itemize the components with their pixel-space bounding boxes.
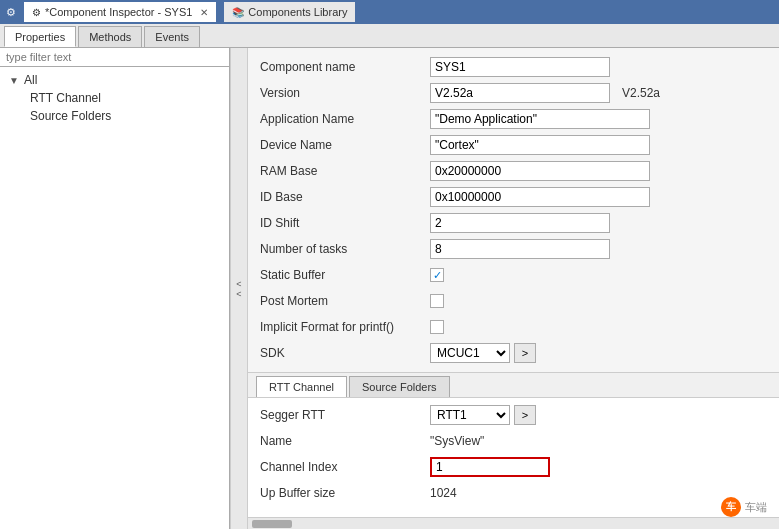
form-row-implicit-format: Implicit Format for printf() bbox=[260, 316, 767, 338]
scroll-hint[interactable] bbox=[248, 517, 779, 529]
tree-area: ▼ All RTT Channel Source Folders bbox=[0, 67, 229, 529]
form-row-id-shift: ID Shift bbox=[260, 212, 767, 234]
sdk-action-button[interactable]: > bbox=[514, 343, 536, 363]
filter-input[interactable] bbox=[0, 48, 229, 67]
bottom-form-row-segger-rtt: Segger RTT RTT1 > bbox=[260, 404, 767, 426]
form-row-version: Version V2.52a bbox=[260, 82, 767, 104]
bottom-form-row-up-buffer: Up Buffer size 1024 bbox=[260, 482, 767, 504]
bottom-tabs: RTT Channel Source Folders bbox=[248, 372, 779, 398]
left-panel: ▼ All RTT Channel Source Folders bbox=[0, 48, 230, 529]
collapse-button[interactable]: < < bbox=[230, 48, 248, 529]
label-app-name: Application Name bbox=[260, 112, 430, 126]
tab-properties[interactable]: Properties bbox=[4, 26, 76, 47]
form-row-post-mortem: Post Mortem bbox=[260, 290, 767, 312]
bottom-form-row-channel-index: Channel Index bbox=[260, 456, 767, 478]
watermark-label: 车端 bbox=[745, 500, 767, 515]
label-device-name: Device Name bbox=[260, 138, 430, 152]
title-bar: ⚙ ⚙ *Component Inspector - SYS1 ✕ 📚 Comp… bbox=[0, 0, 779, 24]
form-row-num-tasks: Number of tasks bbox=[260, 238, 767, 260]
segger-rtt-select[interactable]: RTT1 bbox=[430, 405, 510, 425]
tab-rtt-channel[interactable]: RTT Channel bbox=[256, 376, 347, 397]
tab-components-library-label: Components Library bbox=[248, 6, 347, 18]
input-id-base[interactable] bbox=[430, 187, 650, 207]
bottom-content: Segger RTT RTT1 > Name " bbox=[248, 398, 779, 517]
tree-label-source-folders: Source Folders bbox=[30, 109, 111, 123]
form-row-static-buffer: Static Buffer bbox=[260, 264, 767, 286]
form-area: Component name Version V2.52a Applicatio… bbox=[248, 48, 779, 372]
watermark: 车 车端 bbox=[721, 497, 767, 517]
tab-events[interactable]: Events bbox=[144, 26, 200, 47]
bottom-form-row-name: Name "SysView" bbox=[260, 430, 767, 452]
checkbox-implicit-format[interactable] bbox=[430, 320, 444, 334]
tab-components-library[interactable]: 📚 Components Library bbox=[224, 2, 355, 22]
label-num-tasks: Number of tasks bbox=[260, 242, 430, 256]
right-panel: Component name Version V2.52a Applicatio… bbox=[248, 48, 779, 529]
tab-component-inspector[interactable]: ⚙ *Component Inspector - SYS1 ✕ bbox=[24, 2, 216, 22]
label-sdk: SDK bbox=[260, 346, 430, 360]
form-row-id-base: ID Base bbox=[260, 186, 767, 208]
input-channel-index[interactable] bbox=[430, 457, 550, 477]
main-container: Properties Methods Events ▼ All bbox=[0, 24, 779, 529]
segger-rtt-row: RTT1 > bbox=[430, 405, 536, 425]
checkbox-static-buffer[interactable] bbox=[430, 268, 444, 282]
value-up-buffer: 1024 bbox=[430, 486, 457, 500]
tab-source-folders[interactable]: Source Folders bbox=[349, 376, 450, 397]
tree-item-source-folders[interactable]: Source Folders bbox=[0, 107, 229, 125]
label-id-base: ID Base bbox=[260, 190, 430, 204]
input-app-name[interactable] bbox=[430, 109, 650, 129]
watermark-icon: 车 bbox=[721, 497, 741, 517]
scroll-thumb[interactable] bbox=[252, 520, 292, 528]
input-id-shift[interactable] bbox=[430, 213, 610, 233]
label-component-name: Component name bbox=[260, 60, 430, 74]
form-row-device-name: Device Name bbox=[260, 134, 767, 156]
sdk-row: MCUC1 > bbox=[430, 343, 536, 363]
input-device-name[interactable] bbox=[430, 135, 650, 155]
tab-methods[interactable]: Methods bbox=[78, 26, 142, 47]
form-row-sdk: SDK MCUC1 > bbox=[260, 342, 767, 364]
input-version[interactable] bbox=[430, 83, 610, 103]
sdk-select[interactable]: MCUC1 bbox=[430, 343, 510, 363]
component-inspector-icon: ⚙ bbox=[32, 7, 41, 18]
input-ram-base[interactable] bbox=[430, 161, 650, 181]
tree-label-all: All bbox=[24, 73, 37, 87]
label-post-mortem: Post Mortem bbox=[260, 294, 430, 308]
input-num-tasks[interactable] bbox=[430, 239, 610, 259]
segger-rtt-action-button[interactable]: > bbox=[514, 405, 536, 425]
label-name: Name bbox=[260, 434, 430, 448]
value-name: "SysView" bbox=[430, 434, 484, 448]
label-implicit-format: Implicit Format for printf() bbox=[260, 320, 430, 334]
library-icon: 📚 bbox=[232, 7, 244, 18]
label-id-shift: ID Shift bbox=[260, 216, 430, 230]
tree-toggle-all: ▼ bbox=[8, 74, 20, 86]
label-up-buffer: Up Buffer size bbox=[260, 486, 430, 500]
label-segger-rtt: Segger RTT bbox=[260, 408, 430, 422]
form-row-ram-base: RAM Base bbox=[260, 160, 767, 182]
version-extra: V2.52a bbox=[622, 86, 660, 100]
content-area: ▼ All RTT Channel Source Folders < < bbox=[0, 48, 779, 529]
form-row-component-name: Component name bbox=[260, 56, 767, 78]
tree-label-rtt-channel: RTT Channel bbox=[30, 91, 101, 105]
tree-item-rtt-channel[interactable]: RTT Channel bbox=[0, 89, 229, 107]
tree-item-all[interactable]: ▼ All bbox=[0, 71, 229, 89]
input-component-name[interactable] bbox=[430, 57, 610, 77]
top-tabs: Properties Methods Events bbox=[0, 24, 779, 48]
form-row-app-name: Application Name bbox=[260, 108, 767, 130]
label-ram-base: RAM Base bbox=[260, 164, 430, 178]
checkbox-post-mortem[interactable] bbox=[430, 294, 444, 308]
app-icon: ⚙ bbox=[6, 6, 16, 19]
label-channel-index: Channel Index bbox=[260, 460, 430, 474]
label-static-buffer: Static Buffer bbox=[260, 268, 430, 282]
label-version: Version bbox=[260, 86, 430, 100]
close-tab-icon[interactable]: ✕ bbox=[200, 7, 208, 18]
tab-component-inspector-label: *Component Inspector - SYS1 bbox=[45, 6, 192, 18]
